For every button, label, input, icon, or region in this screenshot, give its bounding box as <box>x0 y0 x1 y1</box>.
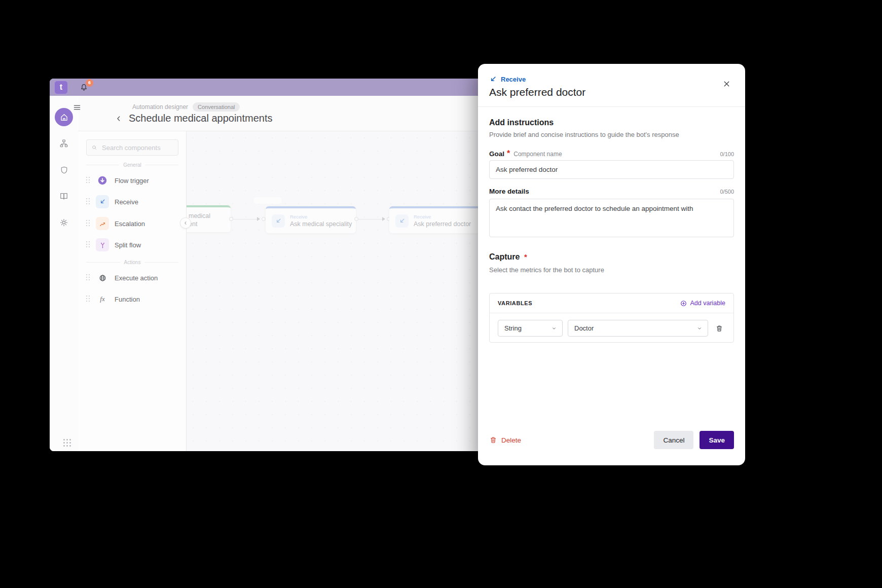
nav-flows[interactable] <box>55 134 73 153</box>
component-label: Receive <box>115 198 138 206</box>
add-variable-label: Add variable <box>690 300 726 307</box>
variable-row: String Doctor <box>490 313 733 337</box>
flows-icon <box>59 138 69 149</box>
variable-name-select[interactable]: Doctor <box>568 320 708 337</box>
component-label: Execute action <box>115 274 158 282</box>
capture-subtitle: Select the metrics for the bot to captur… <box>489 266 604 274</box>
goal-input[interactable] <box>489 160 734 179</box>
component-search[interactable] <box>86 139 178 156</box>
details-label: More details <box>489 188 529 195</box>
drag-handle-icon[interactable] <box>86 177 90 184</box>
escalation-icon <box>96 217 109 230</box>
drag-handle-icon[interactable] <box>86 220 90 227</box>
close-button[interactable] <box>721 78 732 89</box>
variables-title: VARIABLES <box>498 300 532 306</box>
variables-card: VARIABLES Add variable String Doctor <box>489 293 734 343</box>
chevron-down-icon <box>696 325 703 332</box>
hamburger-icon <box>72 103 82 112</box>
book-icon <box>59 191 69 201</box>
notification-badge: 6 <box>86 79 93 87</box>
home-icon <box>59 113 69 122</box>
drag-handle-icon[interactable] <box>86 198 90 205</box>
plus-circle-icon <box>680 300 687 307</box>
nav-settings[interactable] <box>55 213 73 232</box>
variables-header: VARIABLES Add variable <box>490 293 733 313</box>
back-chevron-icon <box>115 115 123 123</box>
panel-header: Receive Ask preferred doctor <box>478 64 745 106</box>
app-logo-glyph: t <box>60 83 62 92</box>
delete-variable-button[interactable] <box>713 322 725 335</box>
receive-arrow-icon <box>489 76 497 83</box>
flow-type-tag: Conversational <box>193 102 240 112</box>
section-label: General <box>123 162 141 168</box>
component-label: Split flow <box>115 241 141 249</box>
component-label: Escalation <box>115 220 145 228</box>
goal-counter: 0/100 <box>720 151 734 157</box>
shield-icon <box>59 165 69 175</box>
page-title: Schedule medical appointments <box>129 113 273 124</box>
component-label: Function <box>115 296 140 303</box>
component-receive[interactable]: Receive <box>86 193 181 210</box>
goal-hint: Component name <box>513 151 562 158</box>
search-input[interactable] <box>101 143 173 152</box>
component-execute-action[interactable]: Execute action <box>86 269 181 286</box>
drag-handle-icon[interactable] <box>86 296 90 303</box>
apps-grid-icon <box>63 439 65 440</box>
drag-handle-icon[interactable] <box>86 274 90 281</box>
instructions-heading: Add instructions <box>489 118 554 127</box>
search-icon <box>91 144 97 151</box>
add-variable-button[interactable]: Add variable <box>680 300 726 307</box>
app-logo[interactable]: t <box>54 81 68 94</box>
split-flow-icon <box>96 238 109 251</box>
back-button[interactable] <box>115 115 123 123</box>
component-flow-trigger[interactable]: Flow trigger <box>86 172 181 189</box>
notifications-button[interactable]: 6 <box>79 83 89 92</box>
receive-icon <box>96 195 109 208</box>
collapse-chevron-icon <box>183 220 188 226</box>
breadcrumb: Automation designer <box>132 103 188 111</box>
section-divider-general: General <box>86 162 178 168</box>
details-textarea[interactable]: Ask contact the preferred doctor to sche… <box>489 199 734 237</box>
save-button[interactable]: Save <box>700 431 734 449</box>
capture-heading: Capture <box>489 252 520 261</box>
section-label: Actions <box>124 260 141 265</box>
component-label: Flow trigger <box>115 177 149 185</box>
instructions-subtitle: Provide brief and concise instructions t… <box>489 131 679 138</box>
app-launcher-button[interactable] <box>63 439 64 440</box>
variable-type-select[interactable]: String <box>498 320 563 337</box>
close-icon <box>722 80 731 88</box>
component-split-flow[interactable]: Split flow <box>86 236 181 253</box>
flow-trigger-icon <box>96 174 109 187</box>
goal-label-row: Goal * Component name 0/100 <box>489 149 734 158</box>
nav-home[interactable] <box>55 108 73 126</box>
variable-name-value: Doctor <box>574 324 594 332</box>
component-escalation[interactable]: Escalation <box>86 215 181 232</box>
nav-library[interactable] <box>55 187 73 205</box>
section-divider-actions: Actions <box>86 260 178 265</box>
nav-security[interactable] <box>55 161 73 179</box>
details-label-row: More details 0/500 <box>489 188 734 195</box>
panel-type-label: Receive <box>501 76 526 83</box>
drag-handle-icon[interactable] <box>86 241 90 248</box>
gear-icon <box>59 217 69 228</box>
nav-rail <box>50 96 79 451</box>
panel-collapse-button[interactable] <box>180 217 191 229</box>
component-editor-panel: Receive Ask preferred doctor Add instruc… <box>478 64 745 465</box>
required-mark: * <box>524 252 527 261</box>
components-panel: General Flow trigger Receive <box>78 131 187 451</box>
capture-heading-row: Capture * <box>489 252 527 262</box>
goal-label: Goal <box>489 150 504 158</box>
trash-icon <box>489 436 497 444</box>
menu-toggle[interactable] <box>72 103 82 112</box>
variable-type-value: String <box>504 324 522 332</box>
delete-label: Delete <box>501 436 521 444</box>
chevron-down-icon <box>551 325 557 332</box>
execute-action-icon <box>96 271 109 284</box>
panel-footer: Delete Cancel Save <box>489 431 734 449</box>
cancel-button[interactable]: Cancel <box>654 431 693 449</box>
details-counter: 0/500 <box>720 189 734 195</box>
component-function[interactable]: fx Function <box>86 290 181 308</box>
header-divider <box>478 106 745 107</box>
delete-component-button[interactable]: Delete <box>489 436 521 444</box>
trash-icon <box>715 324 723 333</box>
